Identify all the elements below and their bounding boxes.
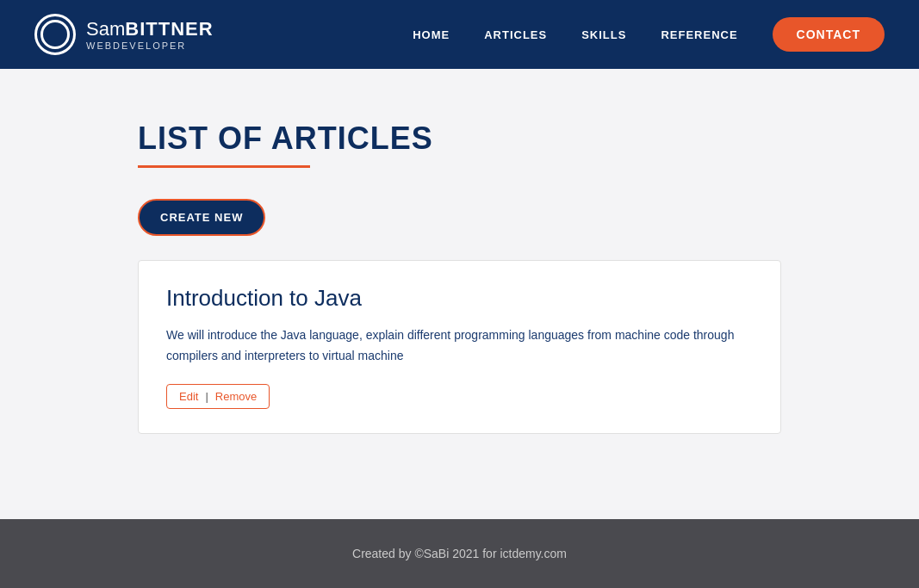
brand-logo xyxy=(34,14,76,55)
create-new-button[interactable]: CREATE NEW xyxy=(138,199,265,236)
brand-subtitle: WEBDEVELOPER xyxy=(86,40,214,51)
brand-name-bold: BITTNER xyxy=(125,18,213,40)
brand: SamBITTNER WEBDEVELOPER xyxy=(34,14,214,55)
article-actions: Edit | Remove xyxy=(166,384,270,409)
edit-link[interactable]: Edit xyxy=(179,390,198,403)
page-title: LIST OF ARTICLES xyxy=(138,121,781,157)
nav-link-reference[interactable]: REFERENCE xyxy=(661,28,737,41)
article-title: Introduction to Java xyxy=(166,285,753,312)
remove-link[interactable]: Remove xyxy=(215,390,257,403)
brand-text: SamBITTNER WEBDEVELOPER xyxy=(86,18,214,51)
contact-button[interactable]: CONTACT xyxy=(773,17,885,52)
action-separator: | xyxy=(205,390,208,403)
brand-logo-inner xyxy=(40,20,70,49)
brand-name-prefix: Sam xyxy=(86,18,125,40)
navbar-nav: HOME ARTICLES SKILLS REFERENCE CONTACT xyxy=(413,17,885,52)
main-content: LIST OF ARTICLES CREATE NEW Introduction… xyxy=(0,69,919,519)
footer: Created by ©SaBi 2021 for ictdemy.com xyxy=(0,519,919,588)
nav-link-home[interactable]: HOME xyxy=(413,28,450,41)
title-underline xyxy=(138,165,310,168)
brand-name: SamBITTNER xyxy=(86,18,214,40)
footer-text: Created by ©SaBi 2021 for ictdemy.com xyxy=(352,547,567,560)
navbar: SamBITTNER WEBDEVELOPER HOME ARTICLES SK… xyxy=(0,0,919,69)
nav-link-skills[interactable]: SKILLS xyxy=(581,28,626,41)
nav-link-articles[interactable]: ARTICLES xyxy=(484,28,547,41)
article-card: Introduction to Java We will introduce t… xyxy=(138,260,781,434)
article-description: We will introduce the Java language, exp… xyxy=(166,325,753,367)
